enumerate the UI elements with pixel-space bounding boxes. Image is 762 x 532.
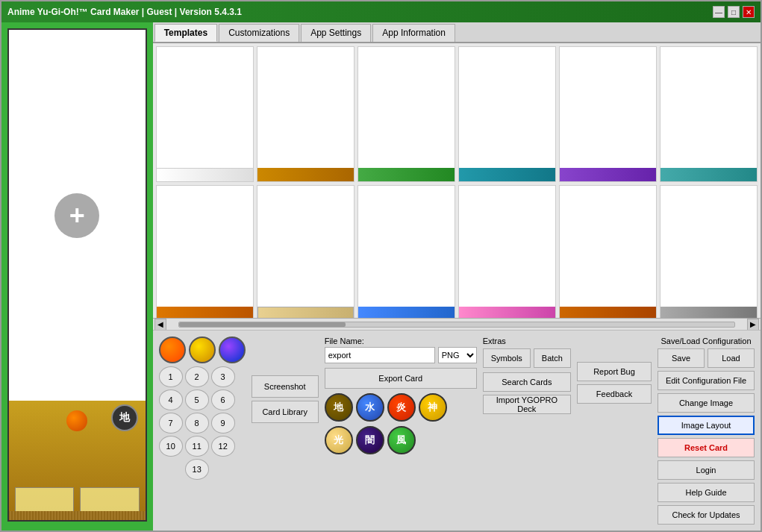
divine-attribute-button[interactable]: 神 (419, 393, 447, 422)
restore-button[interactable]: □ (728, 6, 740, 18)
galaxy-orb-button[interactable] (219, 337, 246, 363)
earth-attribute-button[interactable]: 地 (325, 393, 353, 422)
search-cards-button[interactable]: Search Cards (483, 372, 571, 392)
import-ygopro-button[interactable]: Import YGOPRO Deck (483, 395, 571, 414)
template-body (660, 186, 757, 307)
num-button-9[interactable]: 9 (211, 413, 235, 434)
num-button-11[interactable]: 11 (185, 436, 209, 457)
save-button[interactable]: Save (658, 348, 705, 368)
template-footer (157, 307, 253, 318)
number-grid: 1 2 3 4 5 6 7 8 9 10 11 12 13 (159, 366, 246, 480)
tab-customizations[interactable]: Customizations (219, 24, 299, 42)
template-card[interactable] (559, 185, 657, 318)
save-load-row: Save Load (658, 348, 755, 368)
tab-bar: Templates Customizations App Settings Ap… (153, 22, 761, 43)
template-card[interactable] (458, 46, 556, 182)
file-name-label: File Name: (325, 337, 477, 345)
batch-button[interactable]: Batch (534, 348, 571, 368)
num-button-10[interactable]: 10 (159, 436, 183, 457)
reset-card-button[interactable]: Reset Card (658, 438, 755, 457)
template-card[interactable] (357, 46, 455, 182)
minimize-button[interactable]: — (713, 6, 725, 18)
templates-grid (156, 46, 758, 318)
right-config-buttons: Save/Load Configuration Save Load Edit C… (658, 337, 755, 525)
symbols-button[interactable]: Symbols (483, 348, 531, 368)
num-button-5[interactable]: 5 (185, 389, 209, 410)
change-image-button[interactable]: Change Image (658, 393, 755, 413)
load-button[interactable]: Load (708, 348, 755, 368)
template-body (358, 47, 455, 168)
num-button-2[interactable]: 2 (185, 366, 209, 387)
template-card[interactable] (357, 185, 455, 318)
template-card[interactable] (660, 185, 758, 318)
num-button-12[interactable]: 12 (211, 436, 235, 457)
template-footer (257, 168, 354, 181)
scroll-right-button[interactable]: ▶ (747, 319, 759, 331)
dark-attribute-button[interactable]: 闇 (356, 426, 384, 454)
templates-area (153, 43, 761, 318)
num-button-13[interactable]: 13 (185, 459, 209, 480)
card-library-button[interactable]: Card Library (252, 401, 319, 423)
num-button-6[interactable]: 6 (211, 389, 235, 410)
num-button-8[interactable]: 8 (185, 413, 209, 434)
scrollbar-thumb[interactable] (179, 322, 346, 327)
card-bottom: 地 (9, 401, 146, 520)
format-select[interactable]: PNG JPG BMP (438, 347, 477, 363)
file-name-input[interactable] (325, 347, 435, 363)
left-panel: 地 (1, 22, 153, 531)
template-footer (660, 307, 757, 318)
horizontal-scrollbar[interactable]: ◀ ▶ (153, 318, 761, 330)
window-controls: — □ ✕ (713, 6, 755, 18)
template-footer (358, 168, 455, 181)
close-button[interactable]: ✕ (743, 6, 755, 18)
add-card-button[interactable] (54, 193, 99, 238)
file-name-row: PNG JPG BMP (325, 347, 477, 363)
template-card[interactable] (660, 46, 758, 182)
attribute-icons-row1: 地 水 炎 神 (325, 393, 477, 422)
attribute-orbs-row (159, 337, 246, 363)
num-button-7[interactable]: 7 (159, 413, 183, 434)
template-card[interactable] (156, 185, 254, 318)
image-layout-button[interactable]: Image Layout (658, 416, 755, 435)
template-card[interactable] (559, 46, 657, 182)
login-button[interactable]: Login (658, 460, 755, 480)
template-footer (660, 168, 757, 181)
edit-config-button[interactable]: Edit Configuration File (658, 371, 755, 390)
tab-app-settings[interactable]: App Settings (301, 24, 371, 42)
wind-attribute-button[interactable]: 風 (387, 426, 416, 454)
template-footer (257, 307, 354, 318)
help-guide-button[interactable]: Help Guide (658, 483, 755, 502)
main-content: 地 Templates Customizations App Settings … (1, 22, 761, 531)
num-button-4[interactable]: 4 (159, 389, 183, 410)
num-button-3[interactable]: 3 (211, 366, 235, 387)
template-card[interactable] (257, 185, 355, 318)
water-attribute-button[interactable]: 水 (356, 393, 384, 422)
right-panel: Templates Customizations App Settings Ap… (153, 22, 761, 531)
window-title: Anime Yu-Gi-Oh!™ Card Maker | Guest | Ve… (7, 7, 242, 17)
export-card-button[interactable]: Export Card (325, 368, 477, 389)
main-window: Anime Yu-Gi-Oh!™ Card Maker | Guest | Ve… (0, 0, 762, 532)
card-preview-main (9, 30, 146, 401)
light-attribute-button[interactable]: 光 (325, 426, 353, 454)
template-footer (358, 307, 455, 318)
check-updates-button[interactable]: Check for Updates (658, 505, 755, 525)
template-body (660, 47, 757, 168)
feedback-button[interactable]: Feedback (577, 384, 652, 404)
template-body (560, 47, 656, 168)
template-card[interactable] (257, 46, 355, 182)
tab-templates[interactable]: Templates (154, 24, 217, 42)
scrollbar-track[interactable] (178, 322, 735, 328)
template-card[interactable] (156, 46, 254, 182)
bottom-controls: 1 2 3 4 5 6 7 8 9 10 11 12 13 (153, 330, 761, 531)
fire-orb-button[interactable] (159, 337, 186, 363)
star-orb-button[interactable] (189, 337, 216, 363)
fire-attribute-button[interactable]: 炎 (387, 393, 416, 422)
scroll-left-button[interactable]: ◀ (154, 319, 166, 331)
num-button-1[interactable]: 1 (159, 366, 183, 387)
template-footer (560, 168, 656, 181)
extras-section: Extras Symbols Batch Search Cards Import… (483, 337, 571, 414)
screenshot-button[interactable]: Screenshot (252, 375, 319, 398)
tab-app-information[interactable]: App Information (372, 24, 455, 42)
template-card[interactable] (458, 185, 556, 318)
report-bug-button[interactable]: Report Bug (577, 362, 652, 381)
